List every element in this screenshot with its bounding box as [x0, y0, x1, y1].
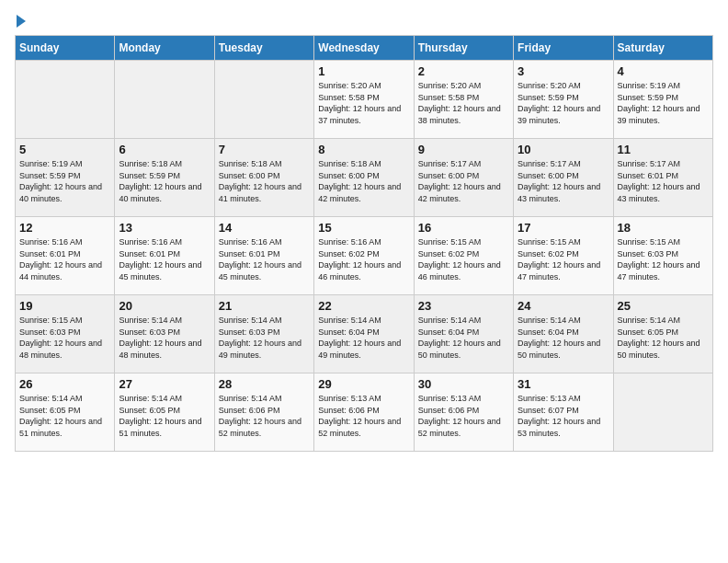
- calendar-cell: [16, 61, 115, 139]
- calendar-cell: 16 Sunrise: 5:15 AMSunset: 6:02 PMDaylig…: [414, 217, 513, 295]
- calendar-cell: 14 Sunrise: 5:16 AMSunset: 6:01 PMDaylig…: [214, 217, 313, 295]
- day-info: Sunrise: 5:16 AMSunset: 6:01 PMDaylight:…: [119, 236, 210, 282]
- calendar-cell: 23 Sunrise: 5:14 AMSunset: 6:04 PMDaylig…: [414, 295, 513, 373]
- calendar-cell: 26 Sunrise: 5:14 AMSunset: 6:05 PMDaylig…: [16, 373, 115, 452]
- weekday-header-friday: Friday: [514, 36, 613, 61]
- calendar-cell: 4 Sunrise: 5:19 AMSunset: 5:59 PMDayligh…: [613, 61, 712, 139]
- calendar-table: SundayMondayTuesdayWednesdayThursdayFrid…: [15, 35, 713, 452]
- day-info: Sunrise: 5:17 AMSunset: 6:00 PMDaylight:…: [418, 158, 509, 204]
- day-number: 8: [318, 143, 409, 156]
- day-number: 7: [219, 143, 310, 156]
- day-info: Sunrise: 5:18 AMSunset: 6:00 PMDaylight:…: [318, 158, 409, 204]
- calendar-cell: 22 Sunrise: 5:14 AMSunset: 6:04 PMDaylig…: [314, 295, 414, 373]
- day-info: Sunrise: 5:17 AMSunset: 6:00 PMDaylight:…: [518, 158, 609, 204]
- calendar-cell: 17 Sunrise: 5:15 AMSunset: 6:02 PMDaylig…: [514, 217, 613, 295]
- weekday-header-monday: Monday: [115, 36, 214, 61]
- day-number: 31: [518, 377, 609, 391]
- day-number: 14: [219, 221, 310, 235]
- day-info: Sunrise: 5:18 AMSunset: 6:00 PMDaylight:…: [219, 158, 310, 204]
- calendar-cell: 30 Sunrise: 5:13 AMSunset: 6:06 PMDaylig…: [414, 373, 513, 452]
- calendar-cell: 10 Sunrise: 5:17 AMSunset: 6:00 PMDaylig…: [514, 139, 613, 217]
- calendar-cell: 27 Sunrise: 5:14 AMSunset: 6:05 PMDaylig…: [115, 373, 214, 452]
- day-info: Sunrise: 5:14 AMSunset: 6:04 PMDaylight:…: [318, 315, 409, 361]
- calendar-cell: 7 Sunrise: 5:18 AMSunset: 6:00 PMDayligh…: [214, 139, 313, 217]
- day-info: Sunrise: 5:14 AMSunset: 6:05 PMDaylight:…: [618, 315, 709, 361]
- calendar-cell: 2 Sunrise: 5:20 AMSunset: 5:58 PMDayligh…: [414, 61, 513, 139]
- day-number: 29: [318, 377, 409, 391]
- day-number: 17: [518, 221, 609, 235]
- day-number: 30: [418, 377, 509, 391]
- day-number: 20: [119, 299, 210, 313]
- day-number: 24: [518, 299, 609, 313]
- day-info: Sunrise: 5:15 AMSunset: 6:03 PMDaylight:…: [618, 236, 709, 282]
- calendar-cell: 12 Sunrise: 5:16 AMSunset: 6:01 PMDaylig…: [16, 217, 115, 295]
- day-number: 12: [19, 221, 110, 235]
- weekday-header-sunday: Sunday: [16, 36, 115, 61]
- day-number: 16: [418, 221, 509, 235]
- day-number: 18: [618, 221, 709, 235]
- day-info: Sunrise: 5:15 AMSunset: 6:02 PMDaylight:…: [518, 236, 609, 282]
- day-number: 28: [219, 377, 310, 391]
- day-info: Sunrise: 5:20 AMSunset: 5:59 PMDaylight:…: [518, 80, 609, 126]
- calendar-cell: 8 Sunrise: 5:18 AMSunset: 6:00 PMDayligh…: [314, 139, 414, 217]
- calendar-week-row: 12 Sunrise: 5:16 AMSunset: 6:01 PMDaylig…: [16, 217, 713, 295]
- day-info: Sunrise: 5:14 AMSunset: 6:04 PMDaylight:…: [418, 315, 509, 361]
- logo: [15, 15, 26, 28]
- calendar-cell: 25 Sunrise: 5:14 AMSunset: 6:05 PMDaylig…: [613, 295, 712, 373]
- day-info: Sunrise: 5:14 AMSunset: 6:04 PMDaylight:…: [518, 315, 609, 361]
- day-info: Sunrise: 5:16 AMSunset: 6:01 PMDaylight:…: [219, 236, 310, 282]
- day-info: Sunrise: 5:19 AMSunset: 5:59 PMDaylight:…: [618, 80, 709, 126]
- calendar-cell: 29 Sunrise: 5:13 AMSunset: 6:06 PMDaylig…: [314, 373, 414, 452]
- day-info: Sunrise: 5:13 AMSunset: 6:07 PMDaylight:…: [518, 393, 609, 439]
- day-number: 27: [119, 377, 210, 391]
- day-number: 10: [518, 143, 609, 156]
- day-info: Sunrise: 5:14 AMSunset: 6:06 PMDaylight:…: [219, 393, 310, 439]
- day-info: Sunrise: 5:14 AMSunset: 6:03 PMDaylight:…: [119, 315, 210, 361]
- day-info: Sunrise: 5:20 AMSunset: 5:58 PMDaylight:…: [418, 80, 509, 126]
- calendar-cell: [115, 61, 214, 139]
- calendar-cell: 31 Sunrise: 5:13 AMSunset: 6:07 PMDaylig…: [514, 373, 613, 452]
- calendar-week-row: 19 Sunrise: 5:15 AMSunset: 6:03 PMDaylig…: [16, 295, 713, 373]
- day-number: 4: [618, 64, 709, 78]
- day-number: 19: [19, 299, 110, 313]
- calendar-cell: 1 Sunrise: 5:20 AMSunset: 5:58 PMDayligh…: [314, 61, 414, 139]
- day-info: Sunrise: 5:13 AMSunset: 6:06 PMDaylight:…: [318, 393, 409, 439]
- day-info: Sunrise: 5:14 AMSunset: 6:05 PMDaylight:…: [119, 393, 210, 439]
- calendar-cell: 5 Sunrise: 5:19 AMSunset: 5:59 PMDayligh…: [16, 139, 115, 217]
- logo-arrow-icon: [17, 15, 26, 28]
- calendar-cell: 21 Sunrise: 5:14 AMSunset: 6:03 PMDaylig…: [214, 295, 313, 373]
- day-info: Sunrise: 5:17 AMSunset: 6:01 PMDaylight:…: [618, 158, 709, 204]
- calendar-cell: 28 Sunrise: 5:14 AMSunset: 6:06 PMDaylig…: [214, 373, 313, 452]
- page-header: [15, 15, 713, 28]
- day-info: Sunrise: 5:16 AMSunset: 6:02 PMDaylight:…: [318, 236, 409, 282]
- day-info: Sunrise: 5:16 AMSunset: 6:01 PMDaylight:…: [19, 236, 110, 282]
- day-number: 21: [219, 299, 310, 313]
- calendar-cell: [214, 61, 313, 139]
- day-number: 9: [418, 143, 509, 156]
- day-info: Sunrise: 5:13 AMSunset: 6:06 PMDaylight:…: [418, 393, 509, 439]
- day-number: 26: [19, 377, 110, 391]
- calendar-cell: 24 Sunrise: 5:14 AMSunset: 6:04 PMDaylig…: [514, 295, 613, 373]
- weekday-header-thursday: Thursday: [414, 36, 513, 61]
- calendar-cell: 20 Sunrise: 5:14 AMSunset: 6:03 PMDaylig…: [115, 295, 214, 373]
- calendar-cell: 13 Sunrise: 5:16 AMSunset: 6:01 PMDaylig…: [115, 217, 214, 295]
- day-number: 23: [418, 299, 509, 313]
- day-info: Sunrise: 5:14 AMSunset: 6:03 PMDaylight:…: [219, 315, 310, 361]
- day-info: Sunrise: 5:15 AMSunset: 6:02 PMDaylight:…: [418, 236, 509, 282]
- day-number: 3: [518, 64, 609, 78]
- day-info: Sunrise: 5:18 AMSunset: 5:59 PMDaylight:…: [119, 158, 210, 204]
- day-number: 6: [119, 143, 210, 156]
- day-number: 15: [318, 221, 409, 235]
- calendar-cell: 15 Sunrise: 5:16 AMSunset: 6:02 PMDaylig…: [314, 217, 414, 295]
- calendar-cell: 6 Sunrise: 5:18 AMSunset: 5:59 PMDayligh…: [115, 139, 214, 217]
- day-number: 11: [618, 143, 709, 156]
- calendar-cell: 19 Sunrise: 5:15 AMSunset: 6:03 PMDaylig…: [16, 295, 115, 373]
- day-number: 1: [318, 64, 409, 78]
- calendar-cell: 9 Sunrise: 5:17 AMSunset: 6:00 PMDayligh…: [414, 139, 513, 217]
- day-number: 22: [318, 299, 409, 313]
- weekday-header-row: SundayMondayTuesdayWednesdayThursdayFrid…: [16, 36, 713, 61]
- calendar-cell: [613, 373, 712, 452]
- calendar-week-row: 26 Sunrise: 5:14 AMSunset: 6:05 PMDaylig…: [16, 373, 713, 452]
- day-info: Sunrise: 5:15 AMSunset: 6:03 PMDaylight:…: [19, 315, 110, 361]
- day-number: 5: [19, 143, 110, 156]
